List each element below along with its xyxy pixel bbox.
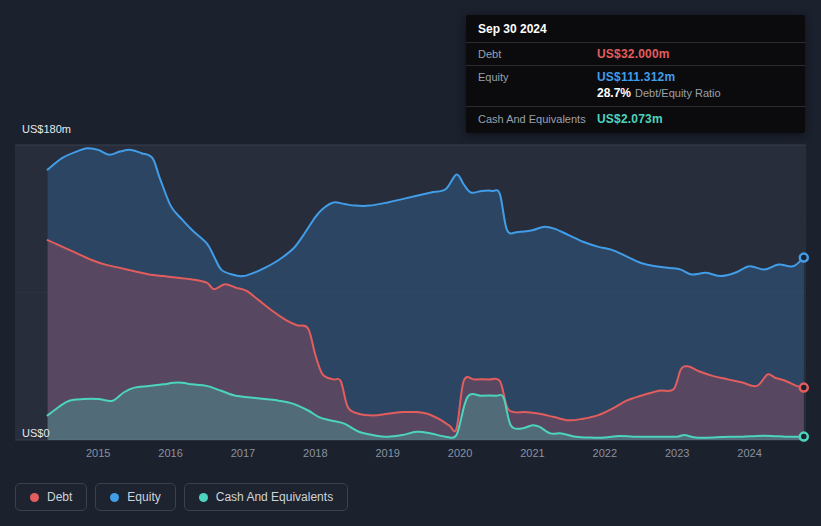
x-tick-label-2018: 2018: [303, 447, 327, 459]
legend-label-equity: Equity: [127, 490, 160, 504]
tooltip-cash-label: Cash And Equivalents: [478, 113, 597, 125]
legend-item-debt[interactable]: Debt: [15, 483, 87, 511]
cash-series-dot-icon: [199, 493, 208, 502]
tooltip-debt-value: US$32.000m: [597, 47, 670, 61]
debt-end-marker: [800, 384, 808, 392]
x-tick-label-2020: 2020: [448, 447, 472, 459]
tooltip-ratio-label: Debt/Equity Ratio: [635, 87, 721, 99]
tooltip-date: Sep 30 2024: [466, 15, 805, 43]
tooltip-equity-row: Equity US$111.312m: [466, 66, 805, 85]
y-axis-label-bottom: US$0: [22, 427, 50, 439]
equity-end-marker: [800, 254, 808, 262]
x-tick-label-2021: 2021: [520, 447, 544, 459]
tooltip-ratio-percent: 28.7%: [597, 86, 631, 100]
legend-item-equity[interactable]: Equity: [95, 483, 175, 511]
x-tick-label-2023: 2023: [665, 447, 689, 459]
tooltip-debt-label: Debt: [478, 48, 597, 60]
tooltip-equity-label: Equity: [478, 71, 597, 83]
x-tick-label-2016: 2016: [158, 447, 182, 459]
legend-label-cash: Cash And Equivalents: [216, 490, 333, 504]
x-tick-label-2024: 2024: [737, 447, 761, 459]
chart-plot-area[interactable]: 2015201620172018201920202021202220232024: [15, 145, 806, 465]
tooltip-ratio-row: 28.7% Debt/Equity Ratio: [466, 85, 805, 107]
x-tick-label-2022: 2022: [593, 447, 617, 459]
tooltip-cash-value: US$2.073m: [597, 112, 663, 126]
tooltip-debt-row: Debt US$32.000m: [466, 43, 805, 66]
x-tick-label-2015: 2015: [86, 447, 110, 459]
y-axis-label-top: US$180m: [22, 123, 71, 135]
chart-legend: Debt Equity Cash And Equivalents: [15, 483, 348, 511]
x-tick-label-2017: 2017: [231, 447, 255, 459]
tooltip-equity-value: US$111.312m: [597, 70, 675, 84]
legend-label-debt: Debt: [47, 490, 72, 504]
debt-equity-history-chart: US$180m US$0 201520162017201820192020202…: [0, 0, 821, 526]
equity-series-dot-icon: [110, 493, 119, 502]
x-tick-label-2019: 2019: [375, 447, 399, 459]
tooltip-cash-row: Cash And Equivalents US$2.073m: [466, 107, 805, 133]
debt-series-dot-icon: [30, 493, 39, 502]
legend-item-cash[interactable]: Cash And Equivalents: [184, 483, 348, 511]
chart-tooltip: Sep 30 2024 Debt US$32.000m Equity US$11…: [466, 15, 805, 133]
cash-and-equivalents-end-marker: [800, 433, 808, 441]
